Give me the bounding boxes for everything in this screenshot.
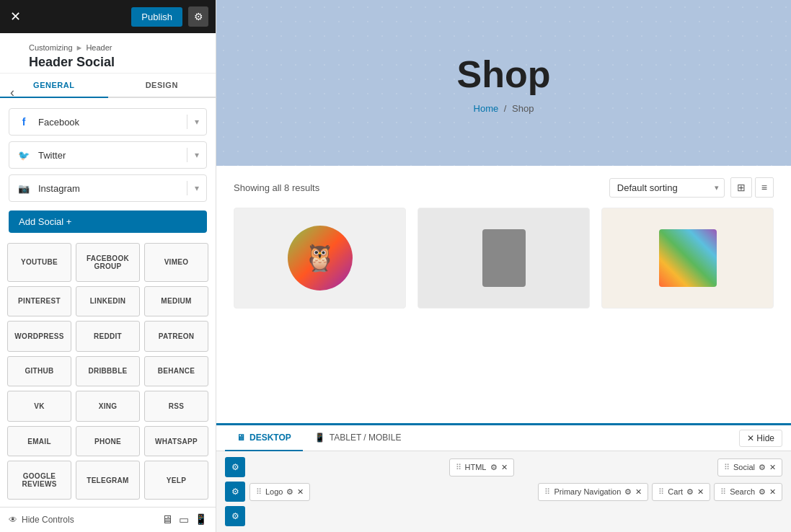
cell-logo[interactable]: ⠿ Logo ⚙ ✕ <box>249 483 310 501</box>
social-item-facebook[interactable]: f Facebook ▾ <box>9 108 207 136</box>
tab-design[interactable]: DESIGN <box>108 74 216 98</box>
row-handle-1[interactable]: ⚙ <box>225 457 245 477</box>
social-grid-option[interactable]: VK <box>7 391 71 422</box>
back-button[interactable]: ‹ <box>10 85 14 100</box>
chevron-down-icon: ▾ <box>195 117 199 127</box>
row-handle-3[interactable]: ⚙ <box>225 506 245 526</box>
social-grid-option[interactable]: REDDIT <box>76 321 140 352</box>
breadcrumb-sep: ► <box>76 43 84 52</box>
social-grid-option[interactable]: YELP <box>144 461 208 500</box>
social-grid-option[interactable]: WHATSAPP <box>144 426 208 457</box>
social-grid-option[interactable]: FACEBOOK GROUP <box>76 243 140 282</box>
social-grid-option[interactable]: PHONE <box>76 426 140 457</box>
left-panel: ✕ Publish ⚙ ‹ Customizing ► Header Heade… <box>0 0 216 532</box>
shop-content: Showing all 8 results Default sorting ⊞ … <box>216 166 791 423</box>
social-item-instagram[interactable]: 📷 Instagram ▾ <box>9 174 207 202</box>
tab-general[interactable]: GENERAL <box>0 74 108 98</box>
social-item-twitter[interactable]: 🐦 Twitter ▾ <box>9 141 207 169</box>
gear-icon[interactable]: ⚙ <box>759 487 766 497</box>
shop-hero: Shop Home / Shop <box>216 0 791 166</box>
product-card-2[interactable] <box>417 208 590 309</box>
remove-icon[interactable]: ✕ <box>297 487 304 497</box>
tab-desktop[interactable]: 🖥 DESKTOP <box>225 425 303 451</box>
shop-toolbar: Showing all 8 results Default sorting ⊞ … <box>234 177 774 198</box>
product-card-3[interactable] <box>601 208 774 309</box>
remove-icon[interactable]: ✕ <box>635 487 642 497</box>
social-grid-option[interactable]: BEHANCE <box>144 356 208 387</box>
builder-tabs: 🖥 DESKTOP 📱 TABLET / MOBILE ✕ Hide <box>216 425 791 451</box>
breadcrumb-child[interactable]: Header <box>86 43 112 52</box>
cell-primary-navigation[interactable]: ⠿ Primary Navigation ⚙ ✕ <box>538 483 648 501</box>
breadcrumb-home-link[interactable]: Home <box>474 103 499 114</box>
list-view-button[interactable]: ≡ <box>755 177 774 198</box>
mobile-view-icon[interactable]: 📱 <box>195 513 207 526</box>
hide-builder-button[interactable]: ✕ Hide <box>739 430 782 447</box>
close-button[interactable]: ✕ <box>7 6 24 27</box>
remove-icon[interactable]: ✕ <box>769 487 776 497</box>
chevron-down-icon: ▾ <box>195 150 199 160</box>
gear-icon[interactable]: ⚙ <box>759 463 766 472</box>
social-grid-option[interactable]: VIMEO <box>144 243 208 282</box>
bottom-controls: 👁 Hide Controls 🖥 ▭ 📱 <box>0 507 216 532</box>
breadcrumb: Customizing ► Header <box>29 43 204 52</box>
publish-button[interactable]: Publish <box>131 7 182 27</box>
row-cells-2: ⠿ Logo ⚙ ✕ ⠿ Primary Navigation ⚙ ✕ ⠿ <box>249 483 782 501</box>
primary-nav-label: Primary Navigation <box>554 487 621 496</box>
product-card-1[interactable]: 🦉 <box>234 208 406 309</box>
remove-icon[interactable]: ✕ <box>769 463 776 472</box>
social-grid-option[interactable]: PATREON <box>144 321 208 352</box>
drag-handle-icon: ⠿ <box>256 487 262 497</box>
breadcrumb-parent[interactable]: Customizing <box>29 43 73 52</box>
social-grid-option[interactable]: XING <box>76 391 140 422</box>
row-cells-1: ⠿ HTML ⚙ ✕ ⠿ Social ⚙ ✕ <box>249 458 782 476</box>
divider <box>187 181 187 195</box>
shop-breadcrumb: Home / Shop <box>474 103 534 114</box>
tablet-view-icon[interactable]: ▭ <box>179 513 189 526</box>
row-handle-2[interactable]: ⚙ <box>225 482 245 502</box>
cell-cart[interactable]: ⠿ Cart ⚙ ✕ <box>652 483 710 501</box>
cell-search[interactable]: ⠿ Search ⚙ ✕ <box>714 483 782 501</box>
social-grid-option[interactable]: MEDIUM <box>144 286 208 317</box>
panel-tabs: GENERAL DESIGN <box>0 74 216 98</box>
builder-row-2: ⚙ ⠿ Logo ⚙ ✕ ⠿ Primary Navigation ⚙ ✕ <box>225 482 782 502</box>
social-grid-option[interactable]: YOUTUBE <box>7 243 71 282</box>
social-grid-option[interactable]: LINKEDIN <box>76 286 140 317</box>
instagram-icon: 📷 <box>17 181 31 195</box>
sort-select[interactable]: Default sorting <box>609 178 725 198</box>
builder-row-1: ⚙ ⠿ HTML ⚙ ✕ ⠿ Social <box>225 457 782 477</box>
social-list: f Facebook ▾ 🐦 Twitter ▾ 📷 Instagram ▾ <box>0 98 216 208</box>
social-grid-option[interactable]: RSS <box>144 391 208 422</box>
remove-icon[interactable]: ✕ <box>501 463 508 472</box>
cell-html[interactable]: ⠿ HTML ⚙ ✕ <box>449 458 514 476</box>
gear-icon[interactable]: ⚙ <box>490 463 498 472</box>
gear-icon[interactable]: ⚙ <box>286 487 293 497</box>
builder-row-3: ⚙ <box>225 506 782 526</box>
desktop-tab-label: DESKTOP <box>249 433 291 443</box>
social-grid-option[interactable]: GITHUB <box>7 356 71 387</box>
grid-view-button[interactable]: ⊞ <box>730 177 752 198</box>
settings-button[interactable]: ⚙ <box>188 6 208 27</box>
hide-controls-toggle[interactable]: 👁 Hide Controls <box>9 515 74 525</box>
builder-panel: 🖥 DESKTOP 📱 TABLET / MOBILE ✕ Hide ⚙ ⠿ H… <box>216 423 791 532</box>
social-grid-option[interactable]: WORDPRESS <box>7 321 71 352</box>
search-label: Search <box>730 487 755 496</box>
chevron-down-icon: ▾ <box>195 183 199 193</box>
desktop-view-icon[interactable]: 🖥 <box>162 513 173 526</box>
view-toggle: ⊞ ≡ <box>730 177 774 198</box>
html-label: HTML <box>465 463 487 471</box>
twitter-icon: 🐦 <box>17 148 31 162</box>
remove-icon[interactable]: ✕ <box>697 487 704 497</box>
gear-icon[interactable]: ⚙ <box>624 487 632 497</box>
social-grid-option[interactable]: PINTEREST <box>7 286 71 317</box>
social-grid-option[interactable]: TELEGRAM <box>76 461 140 500</box>
add-social-button[interactable]: Add Social + <box>9 210 207 233</box>
breadcrumb-separator: / <box>504 103 507 114</box>
right-panel: Shop Home / Shop Showing all 8 results D… <box>216 0 791 532</box>
cell-social[interactable]: ⠿ Social ⚙ ✕ <box>717 458 782 476</box>
social-grid-option[interactable]: DRIBBBLE <box>76 356 140 387</box>
gear-icon[interactable]: ⚙ <box>686 487 694 497</box>
social-grid-option[interactable]: EMAIL <box>7 426 71 457</box>
social-grid-option[interactable]: GOOGLE REVIEWS <box>7 461 71 500</box>
social-item-label: Instagram <box>38 183 180 194</box>
tab-tablet-mobile[interactable]: 📱 TABLET / MOBILE <box>303 425 413 451</box>
